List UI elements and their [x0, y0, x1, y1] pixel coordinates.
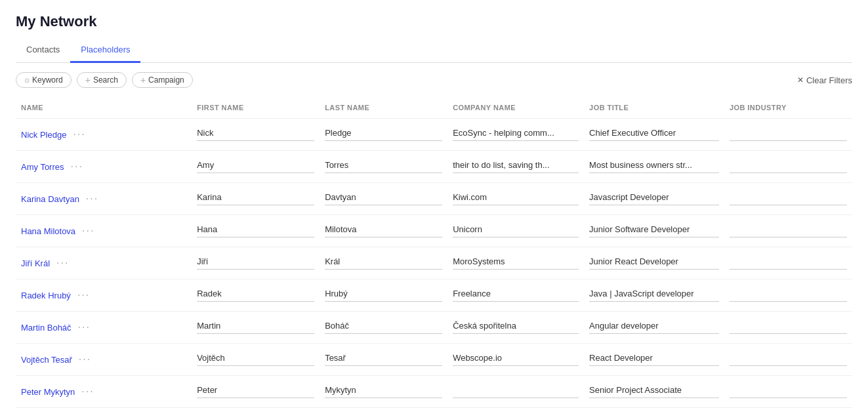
row-0-job-industry-value[interactable]	[730, 128, 847, 141]
search-filter-button[interactable]: + Search	[77, 72, 127, 88]
row-0-first-name-value[interactable]: Nick	[197, 128, 314, 141]
row-4-dots-menu[interactable]: ···	[55, 257, 70, 269]
row-5-job-industry-value[interactable]	[730, 289, 847, 302]
row-3-first-name-value[interactable]: Hana	[197, 224, 314, 237]
row-6-job-industry-value[interactable]	[730, 321, 847, 334]
row-0-name-link[interactable]: Nick Pledge	[21, 130, 66, 140]
row-4-job-title-value[interactable]: Junior React Developer	[589, 256, 719, 270]
keyword-filter-button[interactable]: ⊙ Keyword	[16, 72, 72, 88]
row-2-job-title-value[interactable]: Javascript Developer	[589, 192, 719, 205]
row-1-dots-menu[interactable]: ···	[70, 161, 85, 173]
row-6-company-name-value[interactable]: Česká spořitelna	[453, 321, 579, 334]
row-4-first-name-value[interactable]: Jiří	[197, 256, 314, 270]
row-6-name-link[interactable]: Martin Boháč	[21, 323, 72, 333]
row-5-company-name-cell: Freelance	[447, 279, 584, 312]
row-2-last-name-value[interactable]: Davtyan	[325, 192, 442, 205]
table-row: Radek Hrubý···RadekHrubýFreelanceJava | …	[16, 279, 852, 312]
row-3-company-name-value[interactable]: Unicorn	[453, 224, 579, 237]
row-1-job-title-value[interactable]: Most business owners str...	[589, 160, 719, 173]
row-7-company-name-value[interactable]: Webscope.io	[453, 353, 579, 366]
row-8-company-name-value[interactable]	[453, 385, 579, 398]
row-8-first-name-value[interactable]: Peter	[197, 385, 314, 398]
row-5-name-container: Radek Hrubý···	[16, 280, 192, 310]
row-0-job-industry-cell	[724, 119, 852, 151]
row-5-dots-menu[interactable]: ···	[76, 289, 91, 301]
row-2-dots-menu[interactable]: ···	[85, 193, 100, 205]
row-2-job-industry-cell	[724, 183, 852, 215]
row-3-last-name-cell: Milotova	[320, 215, 447, 247]
row-5-name-link[interactable]: Radek Hrubý	[21, 291, 71, 300]
row-4-job-title-cell: Junior React Developer	[584, 247, 724, 279]
row-7-last-name-value[interactable]: Tesař	[325, 353, 442, 366]
row-1-job-industry-value[interactable]	[730, 160, 847, 173]
row-3-last-name-value[interactable]: Milotova	[325, 224, 442, 237]
row-8-name-link[interactable]: Peter Mykytyn	[21, 387, 75, 397]
row-3-name-link[interactable]: Hana Milotova	[21, 226, 75, 236]
row-1-first-name-value[interactable]: Amy	[197, 160, 314, 173]
row-0-last-name-value[interactable]: Pledge	[325, 128, 442, 141]
row-8-last-name-value[interactable]: Mykytyn	[325, 385, 442, 398]
row-8-last-name-cell: Mykytyn	[320, 376, 447, 408]
row-6-last-name-value[interactable]: Boháč	[325, 321, 442, 334]
row-7-name-link[interactable]: Vojtěch Tesař	[21, 355, 72, 365]
row-0-dots-menu[interactable]: ···	[72, 129, 87, 140]
row-2-company-name-value[interactable]: Kiwi.com	[453, 192, 579, 205]
row-5-company-name-value[interactable]: Freelance	[453, 289, 579, 302]
row-2-first-name-value[interactable]: Karina	[197, 192, 314, 205]
row-4-name-link[interactable]: Jiří Král	[21, 258, 50, 268]
search-filter-label: Search	[93, 75, 118, 85]
row-5-last-name-value[interactable]: Hrubý	[325, 289, 442, 302]
contacts-table: NAME FIRST NAME LAST NAME COMPANY NAME J…	[16, 100, 852, 408]
row-6-job-title-value[interactable]: Angular developer	[589, 321, 719, 334]
row-3-job-industry-value[interactable]	[730, 224, 847, 237]
tab-placeholders[interactable]: Placeholders	[70, 39, 140, 63]
row-7-job-title-value[interactable]: React Developer	[589, 353, 719, 366]
row-1-last-name-value[interactable]: Torres	[325, 160, 442, 173]
row-8-company-name-cell	[447, 376, 584, 408]
row-0-job-title-cell: Chief Executive Officer	[584, 119, 724, 151]
tab-contacts[interactable]: Contacts	[16, 39, 70, 63]
row-6-name-cell: Martin Boháč···	[16, 312, 192, 344]
row-5-job-title-value[interactable]: Java | JavaScript developer	[589, 289, 719, 302]
row-8-job-title-value[interactable]: Senior Project Associate	[589, 385, 719, 398]
row-1-name-cell: Amy Torres···	[16, 151, 192, 183]
campaign-plus-icon: +	[140, 75, 146, 85]
row-2-company-name-cell: Kiwi.com	[447, 183, 584, 215]
row-4-last-name-value[interactable]: Král	[325, 256, 442, 270]
keyword-circle-icon: ⊙	[24, 77, 30, 84]
clear-filters-label: Clear Filters	[806, 75, 852, 85]
row-0-company-name-value[interactable]: EcoSync - helping comm...	[453, 128, 579, 141]
clear-filters-button[interactable]: ✕ Clear Filters	[797, 75, 852, 85]
row-7-first-name-value[interactable]: Vojtěch	[197, 353, 314, 366]
row-0-company-name-cell: EcoSync - helping comm...	[447, 119, 584, 151]
row-4-job-industry-value[interactable]	[730, 256, 847, 270]
row-4-company-name-value[interactable]: MoroSystems	[453, 256, 579, 270]
row-2-job-title-cell: Javascript Developer	[584, 183, 724, 215]
row-5-first-name-value[interactable]: Radek	[197, 289, 314, 302]
filter-bar: ⊙ Keyword + Search + Campaign ✕ Clear Fi…	[16, 72, 852, 88]
row-1-last-name-cell: Torres	[320, 151, 447, 183]
row-2-name-link[interactable]: Karina Davtyan	[21, 194, 79, 204]
row-7-job-industry-value[interactable]	[730, 353, 847, 366]
col-header-last-name: LAST NAME	[320, 100, 447, 119]
row-3-name-container: Hana Milotova···	[16, 216, 192, 246]
row-7-dots-menu[interactable]: ···	[77, 354, 93, 365]
row-6-dots-menu[interactable]: ···	[77, 321, 92, 333]
row-7-job-title-cell: React Developer	[584, 344, 724, 376]
row-3-dots-menu[interactable]: ···	[81, 225, 96, 237]
campaign-filter-button[interactable]: + Campaign	[132, 72, 193, 88]
row-6-first-name-value[interactable]: Martin	[197, 321, 314, 334]
row-7-company-name-cell: Webscope.io	[447, 344, 584, 376]
col-header-company-name: COMPANY NAME	[447, 100, 584, 119]
row-2-name-cell: Karina Davtyan···	[16, 183, 192, 215]
row-6-first-name-cell: Martin	[192, 312, 320, 344]
table-row: Nick Pledge···NickPledgeEcoSync - helpin…	[16, 119, 852, 151]
row-2-job-industry-value[interactable]	[730, 192, 847, 205]
row-0-job-title-value[interactable]: Chief Executive Officer	[589, 128, 719, 141]
row-3-job-title-value[interactable]: Junior Software Developer	[589, 224, 719, 237]
table-row: Amy Torres···AmyTorrestheir to do list, …	[16, 151, 852, 183]
row-1-name-link[interactable]: Amy Torres	[21, 162, 64, 172]
row-8-job-industry-value[interactable]	[730, 385, 847, 398]
row-1-company-name-value[interactable]: their to do list, saving th...	[453, 160, 579, 173]
row-8-dots-menu[interactable]: ···	[80, 386, 95, 398]
